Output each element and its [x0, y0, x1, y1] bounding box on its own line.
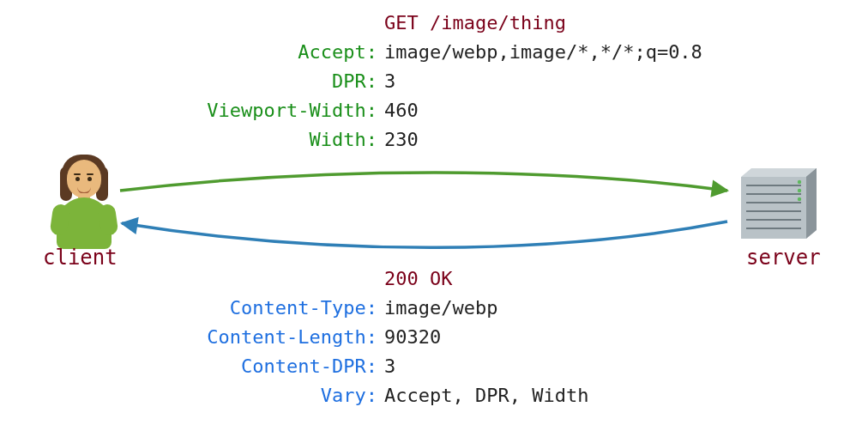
request-line: GET /image/thing	[384, 9, 566, 38]
http-response-block: 200 OK Content-Type: image/webp Content-…	[159, 264, 588, 410]
request-header-name-accept: Accept:	[159, 38, 384, 67]
server-icon	[732, 156, 827, 246]
svg-point-10	[798, 180, 801, 184]
response-header-value-content-type: image/webp	[384, 294, 497, 323]
svg-point-11	[798, 189, 801, 192]
response-header-name-content-length: Content-Length:	[159, 323, 384, 352]
response-header-name-content-dpr: Content-DPR:	[159, 352, 384, 381]
request-header-value-viewport-width: 460	[384, 96, 419, 125]
response-header-value-vary: Accept, DPR, Width	[384, 381, 588, 410]
client-label: client	[43, 246, 118, 270]
svg-point-12	[798, 197, 801, 201]
request-header-name-viewport-width: Viewport-Width:	[159, 96, 384, 125]
response-status-line: 200 OK	[384, 264, 452, 294]
response-header-value-content-length: 90320	[384, 323, 441, 352]
svg-marker-2	[806, 168, 817, 239]
svg-marker-1	[741, 168, 817, 177]
client-person-icon	[50, 155, 118, 249]
server-label: server	[746, 246, 821, 270]
response-header-name-vary: Vary:	[159, 381, 384, 410]
request-arrow	[120, 173, 727, 191]
response-header-value-content-dpr: 3	[384, 352, 395, 381]
request-header-value-dpr: 3	[384, 67, 395, 96]
request-header-name-dpr: DPR:	[159, 67, 384, 96]
request-header-name-width: Width:	[159, 125, 384, 155]
request-header-value-accept: image/webp,image/*,*/*;q=0.8	[384, 38, 702, 67]
http-request-block: GET /image/thing Accept: image/webp,imag…	[159, 9, 702, 155]
response-arrow	[122, 222, 727, 247]
response-header-name-content-type: Content-Type:	[159, 294, 384, 323]
request-header-value-width: 230	[384, 125, 419, 155]
